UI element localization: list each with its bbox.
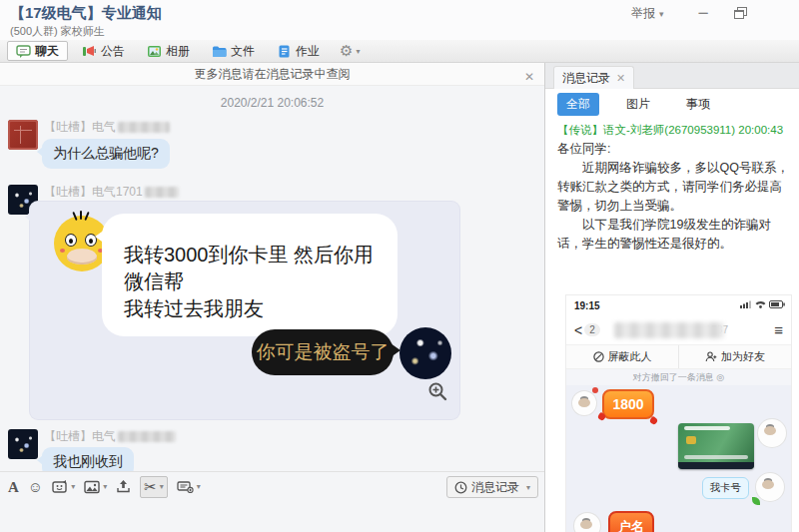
battery-icon <box>769 300 785 308</box>
censored-name <box>118 431 176 442</box>
chevron-down-icon: ▾ <box>103 482 107 491</box>
chevron-down-icon: ▾ <box>356 47 360 56</box>
chevron-down-icon: ▾ <box>160 482 164 491</box>
panel-tabstrip: 消息记录 ✕ <box>545 63 799 89</box>
bank-card-photo[interactable] <box>678 423 754 469</box>
report-button[interactable]: 举报▾ <box>631 5 664 22</box>
image-button[interactable]: ▾ <box>84 476 107 498</box>
tab-files[interactable]: 文件 <box>204 41 263 61</box>
censored-name <box>145 187 179 198</box>
restore-button[interactable] <box>725 2 753 24</box>
chevron-down-icon: ▾ <box>526 483 530 492</box>
clock-icon <box>454 481 467 494</box>
font-format-button[interactable]: A <box>8 476 19 498</box>
reply-message-bubble: 你可是被盗号了 <box>252 329 394 375</box>
hamburger-menu-icon[interactable]: ≡ <box>774 321 783 338</box>
phone-clock: 19:15 <box>574 300 600 311</box>
message-bubble[interactable]: 为什么总骗他呢? <box>42 139 170 169</box>
photo-album-icon <box>147 44 162 59</box>
scammer-avatar <box>572 391 596 415</box>
student-avatar <box>758 419 786 447</box>
decoration <box>592 387 598 393</box>
magnifier-zoom-icon[interactable] <box>427 381 447 401</box>
sticker-account-name: 户名 <box>608 511 654 532</box>
restore-icon <box>734 10 744 19</box>
tab-homework-label: 作业 <box>296 43 320 60</box>
homework-doc-icon <box>277 44 292 59</box>
chevron-down-icon: ▾ <box>71 482 75 491</box>
group-title: 【17级电气】专业通知 <box>10 4 162 23</box>
phone-bubble: 我卡号 <box>702 477 750 499</box>
phone-action-bar: 屏蔽此人 加为好友 <box>566 345 791 369</box>
block-icon <box>593 351 604 362</box>
screenshot-button[interactable]: ✂ ▾ <box>140 476 168 498</box>
sticker-1800: 1800 <box>602 389 654 419</box>
history-record[interactable]: 【传说】语文-刘老师(2670953911) 20:00:43 各位同学: 近期… <box>545 119 799 532</box>
tab-files-label: 文件 <box>231 43 255 60</box>
censored-name <box>118 122 170 133</box>
group-subtitle: (500人群) 家校师生 <box>10 24 105 39</box>
tab-homework[interactable]: 作业 <box>269 41 328 61</box>
avatar[interactable] <box>8 429 38 459</box>
tab-announcement[interactable]: 公告 <box>74 41 133 61</box>
chili-decoration <box>649 416 659 426</box>
phone-chat-area: 1800 我卡号 户名 <box>566 385 791 532</box>
phone-status-bar: 19:15 <box>566 295 791 315</box>
message-input[interactable] <box>0 502 544 532</box>
recalled-message-notice: 对方撤回了一条消息 ◎ <box>566 369 791 385</box>
sticker-button[interactable]: ▾ <box>52 476 75 498</box>
message-history-panel: 消息记录 ✕ 全部 图片 事项 【传说】语文-刘老师(2670953911) 2… <box>544 63 799 532</box>
notice-text: 更多消息请在消息记录中查阅 <box>195 67 351 81</box>
history-tab[interactable]: 消息记录 ✕ <box>553 66 634 89</box>
tab-chat[interactable]: 聊天 <box>7 41 68 61</box>
wifi-icon <box>755 300 766 308</box>
chat-region: 更多消息请在消息记录中查阅 ✕ 2020/2/21 20:06:52 【吐槽】电… <box>0 63 544 532</box>
avatar[interactable] <box>8 120 38 150</box>
phone-nav-bar: < 2 1787 ≡ <box>566 315 791 345</box>
more-history-notice[interactable]: 更多消息请在消息记录中查阅 ✕ <box>0 63 544 86</box>
record-body: 各位同学: 近期网络诈骗较多，多以QQ号联系，转账汇款之类的方式，请同学们务必提… <box>545 140 799 254</box>
gear-icon: ⚙ <box>340 42 353 60</box>
timestamp: 2020/2/21 20:06:52 <box>0 96 544 110</box>
scam-screenshot-image[interactable]: 我转3000到你卡里 然后你用微信帮 我转过去我朋友 你可是被盗号了 <box>30 202 459 419</box>
add-person-icon <box>705 351 717 362</box>
record-sender: 【传说】语文-刘老师(2670953911) 20:00:43 <box>545 119 799 140</box>
unread-count-badge: 2 <box>584 323 600 336</box>
group-toolbar: 聊天 公告 相册 文件 作业 ⚙ ▾ <box>0 40 799 63</box>
block-user-button[interactable]: 屏蔽此人 <box>566 345 678 368</box>
chevron-down-icon: ▾ <box>659 9 664 19</box>
settings-menu[interactable]: ⚙ ▾ <box>340 42 360 60</box>
window-header: 【17级电气】专业通知 (500人群) 家校师生 举报▾ ─ <box>0 0 799 40</box>
leaf-decoration <box>752 497 760 505</box>
sender-name: 【吐槽】电气 <box>44 119 170 136</box>
tab-announcement-label: 公告 <box>101 43 125 60</box>
filter-all[interactable]: 全部 <box>557 93 599 116</box>
back-arrow-icon[interactable]: < <box>574 322 582 338</box>
student-avatar <box>756 473 784 501</box>
message-history-button[interactable]: 消息记录 ▾ <box>446 476 538 498</box>
close-icon[interactable]: ✕ <box>616 72 625 85</box>
minimize-button[interactable]: ─ <box>689 2 717 24</box>
filter-images[interactable]: 图片 <box>617 93 659 116</box>
message-list[interactable]: 2020/2/21 20:06:52 【吐槽】电气 为什么总骗他呢? 【吐槽】电… <box>0 86 544 471</box>
censored-contact-name <box>614 322 724 338</box>
tab-chat-label: 聊天 <box>35 43 59 60</box>
chat-bubble-icon <box>16 44 31 59</box>
shake-window-button[interactable]: ▾ <box>177 476 201 498</box>
upload-file-button[interactable] <box>116 476 131 498</box>
folder-icon <box>212 44 227 59</box>
scammer-avatar <box>574 513 600 532</box>
megaphone-icon <box>82 44 97 59</box>
qq-group-chat-window: 【17级电气】专业通知 (500人群) 家校师生 举报▾ ─ 聊天 公告 相册 <box>0 0 799 532</box>
history-filters: 全部 图片 事项 <box>545 89 799 119</box>
chevron-down-icon: ▾ <box>197 482 201 491</box>
tab-album[interactable]: 相册 <box>139 41 198 61</box>
signal-icon <box>740 300 752 308</box>
phone-screenshot-image[interactable]: 19:15 < 2 1787 ≡ <box>565 294 792 532</box>
add-friend-button[interactable]: 加为好友 <box>678 345 791 368</box>
input-toolbar: A ☺ ▾ ▾ ✂ ▾ ▾ 消息记录 <box>0 471 544 501</box>
emoticon-button[interactable]: ☺ <box>28 476 43 498</box>
sender-name: 【吐槽】电气 <box>44 428 176 445</box>
scam-message-bubble: 我转3000到你卡里 然后你用微信帮 我转过去我朋友 <box>102 214 398 336</box>
filter-items[interactable]: 事项 <box>677 93 719 116</box>
